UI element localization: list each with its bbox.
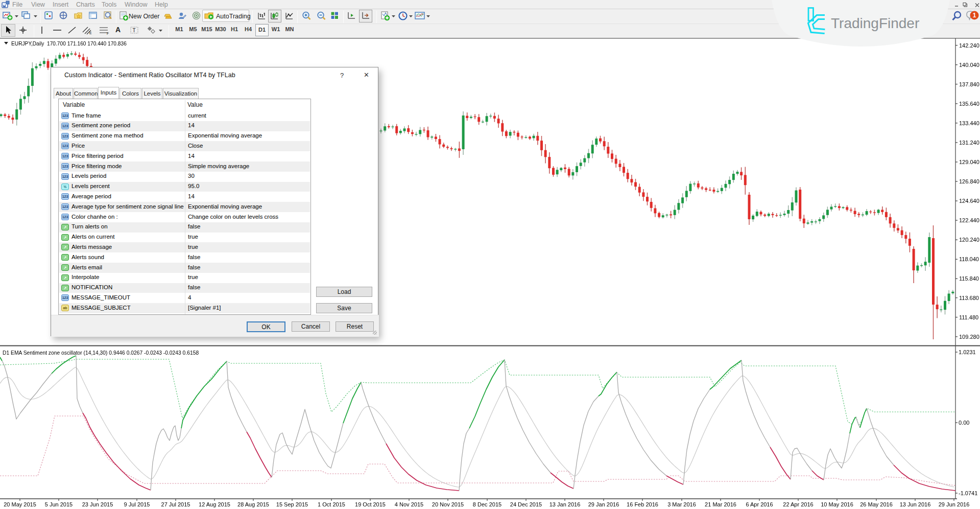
svg-text:21 Mar 2016: 21 Mar 2016 [705, 501, 736, 507]
svg-text:5 Jun 2015: 5 Jun 2015 [45, 501, 73, 507]
svg-text:1: 1 [973, 12, 976, 19]
svg-text:20 May 2015: 20 May 2015 [4, 501, 36, 507]
svg-text:135.640: 135.640 [959, 101, 979, 107]
svg-text:111.480: 111.480 [959, 314, 978, 320]
svg-text:9 Jul 2015: 9 Jul 2015 [124, 501, 150, 507]
svg-text:29 Jan 2016: 29 Jan 2016 [588, 501, 619, 507]
svg-text:6 Apr 2016: 6 Apr 2016 [746, 501, 773, 507]
svg-text:TradingFinder: TradingFinder [831, 15, 919, 31]
svg-text:24 Dec 2015: 24 Dec 2015 [510, 501, 542, 507]
svg-text:20 Nov 2015: 20 Nov 2015 [432, 501, 464, 507]
svg-text:10 May 2016: 10 May 2016 [821, 501, 853, 507]
svg-text:27 Jul 2015: 27 Jul 2015 [161, 501, 190, 507]
svg-text:122.440: 122.440 [959, 217, 979, 223]
svg-text:15 Sep 2015: 15 Sep 2015 [276, 501, 308, 507]
svg-text:29 Jun 2016: 29 Jun 2016 [939, 501, 970, 507]
svg-text:19 Oct 2015: 19 Oct 2015 [355, 501, 386, 507]
svg-text:113.680: 113.680 [959, 295, 979, 301]
svg-text:133.440: 133.440 [959, 120, 979, 126]
svg-text:-1.0741: -1.0741 [959, 490, 977, 496]
svg-text:12 Aug 2015: 12 Aug 2015 [199, 501, 230, 507]
svg-text:0.00: 0.00 [959, 420, 969, 426]
svg-text:8 Dec 2015: 8 Dec 2015 [473, 501, 501, 507]
svg-text:13 Jan 2016: 13 Jan 2016 [549, 501, 581, 507]
svg-text:D1 EMA Sentiment zone oscillat: D1 EMA Sentiment zone oscillator (14,14,… [3, 350, 199, 356]
svg-text:16 Feb 2016: 16 Feb 2016 [627, 501, 658, 507]
svg-text:129.040: 129.040 [959, 159, 979, 165]
svg-text:22 Apr 2016: 22 Apr 2016 [783, 501, 813, 507]
svg-text:137.840: 137.840 [959, 81, 979, 87]
svg-text:23 Jun 2015: 23 Jun 2015 [82, 501, 113, 507]
svg-text:124.640: 124.640 [959, 198, 979, 204]
svg-text:109.280: 109.280 [959, 334, 979, 340]
svg-text:13 Jun 2016: 13 Jun 2016 [900, 501, 931, 507]
svg-text:115.840: 115.840 [959, 275, 979, 282]
svg-text:28 Aug 2015: 28 Aug 2015 [237, 501, 269, 507]
svg-text:4 Nov 2015: 4 Nov 2015 [395, 501, 423, 507]
svg-text:1.0231: 1.0231 [959, 349, 976, 355]
svg-text:126.840: 126.840 [959, 178, 979, 184]
svg-text:3 Mar 2016: 3 Mar 2016 [667, 501, 696, 507]
svg-text:131.240: 131.240 [959, 140, 979, 146]
svg-text:120.240: 120.240 [959, 237, 979, 243]
svg-text:26 May 2016: 26 May 2016 [860, 501, 893, 507]
svg-text:118.040: 118.040 [959, 256, 979, 262]
svg-text:1 Oct 2015: 1 Oct 2015 [318, 501, 345, 507]
